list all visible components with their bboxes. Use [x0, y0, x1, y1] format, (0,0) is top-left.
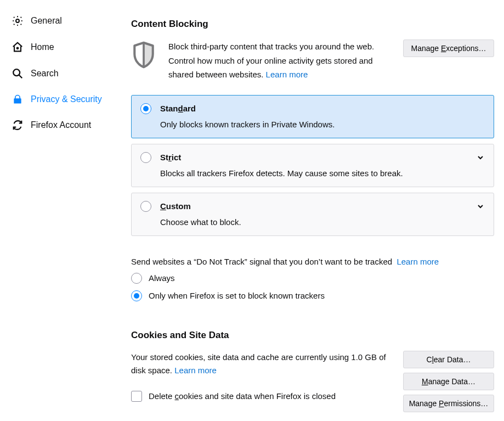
chevron-down-icon[interactable]	[477, 153, 484, 162]
content-blocking-description: Block third-party content that tracks yo…	[168, 40, 393, 82]
gear-icon	[11, 15, 24, 27]
blocking-option-strict[interactable]: Strict Blocks all trackers Firefox detec…	[131, 144, 494, 187]
radio-strict[interactable]	[140, 152, 151, 163]
sidebar-item-label: Privacy & Security	[31, 94, 102, 104]
sidebar-item-home[interactable]: Home	[7, 36, 114, 58]
radio-custom[interactable]	[140, 201, 151, 212]
radio-dnt-only-when[interactable]	[131, 290, 142, 301]
shield-icon	[131, 41, 158, 71]
svg-point-0	[16, 19, 19, 23]
dnt-option-always[interactable]: Always	[131, 273, 494, 284]
search-icon	[11, 68, 24, 80]
checkbox-delete-on-close[interactable]	[131, 391, 142, 402]
sidebar-item-label: Firefox Account	[31, 120, 91, 130]
sync-icon	[11, 119, 24, 131]
sidebar-item-label: Search	[31, 69, 59, 78]
dnt-option-only-when[interactable]: Only when Firefox is set to block known …	[131, 290, 494, 301]
radio-dnt-always[interactable]	[131, 273, 142, 284]
cookies-title: Cookies and Site Data	[131, 330, 494, 341]
option-title: Custom	[160, 201, 191, 211]
svg-point-2	[13, 69, 20, 76]
delete-on-close-label: Delete cookies and site data when Firefo…	[149, 390, 336, 403]
sidebar-item-label: General	[31, 16, 62, 26]
blocking-option-standard[interactable]: Standard Only blocks known trackers in P…	[131, 95, 494, 138]
main-panel: Content Blocking Block third-party conte…	[118, 0, 504, 421]
option-description: Blocks all trackers Firefox detects. May…	[160, 169, 485, 178]
option-description: Only blocks known trackers in Private Wi…	[160, 120, 485, 129]
chevron-down-icon[interactable]	[477, 202, 484, 211]
content-blocking-learn-more-link[interactable]: Learn more	[266, 70, 308, 79]
sidebar-item-general[interactable]: General	[7, 10, 114, 32]
dnt-option-label: Only when Firefox is set to block known …	[149, 291, 325, 300]
delete-on-close-option[interactable]: Delete cookies and site data when Firefo…	[131, 390, 393, 403]
blocking-option-custom[interactable]: Custom Choose what to block.	[131, 193, 494, 236]
manage-data-button[interactable]: Manage Data…	[403, 373, 494, 390]
sidebar: General Home Search Privacy & Security F…	[0, 0, 118, 421]
sidebar-item-label: Home	[31, 42, 54, 52]
option-description: Choose what to block.	[160, 217, 485, 227]
cookies-learn-more-link[interactable]: Learn more	[174, 366, 217, 375]
option-title: Standard	[160, 104, 196, 113]
clear-data-button[interactable]: Clear Data…	[403, 351, 494, 368]
content-blocking-title: Content Blocking	[131, 19, 494, 30]
home-icon	[11, 41, 24, 53]
dnt-description: Send websites a “Do Not Track” signal th…	[131, 257, 494, 266]
cookies-description: Your stored cookies, site data and cache…	[131, 351, 393, 403]
radio-standard[interactable]	[140, 103, 151, 114]
svg-point-1	[17, 47, 19, 49]
lock-icon	[11, 94, 24, 105]
dnt-option-label: Always	[149, 273, 175, 283]
sidebar-item-firefox-account[interactable]: Firefox Account	[7, 114, 114, 136]
sidebar-item-privacy-security[interactable]: Privacy & Security	[7, 89, 114, 110]
sidebar-item-search[interactable]: Search	[7, 63, 114, 85]
manage-exceptions-button[interactable]: Manage Exceptions…	[403, 40, 494, 57]
option-title: Strict	[160, 153, 181, 162]
dnt-learn-more-link[interactable]: Learn more	[397, 257, 439, 266]
manage-permissions-button[interactable]: Manage Permissions…	[403, 395, 494, 412]
